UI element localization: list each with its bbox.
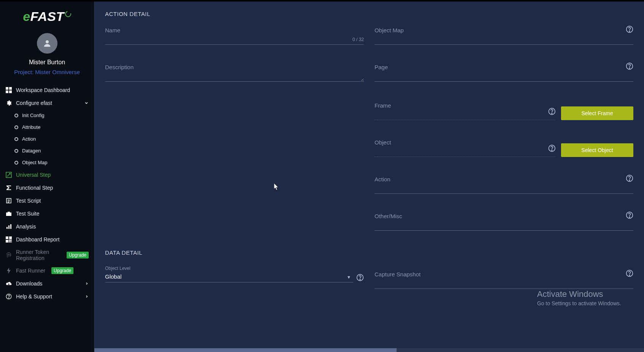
sidebar-item-analysis[interactable]: Analysis [0,220,94,233]
sidebar-item-object-map[interactable]: Object Map [0,157,94,168]
sidebar-item-downloads[interactable]: Downloads [0,277,94,290]
watermark-line1: Activate Windows [537,289,621,299]
page-input[interactable] [375,72,633,82]
svg-point-0 [46,40,49,43]
svg-point-30 [629,180,630,181]
bullet-icon [14,114,18,117]
help-icon[interactable] [626,270,633,277]
object-input[interactable] [375,147,556,157]
report-icon [5,236,12,243]
svg-point-26 [552,113,552,114]
sidebar-item-action[interactable]: Action [0,133,94,145]
sidebar-item-label: Runner Token Registration [16,249,61,261]
sidebar-item-functional-step[interactable]: Functional Step [0,181,94,194]
help-icon[interactable] [548,108,556,115]
upgrade-badge[interactable]: Upgrade [67,252,89,258]
page-label: Page [375,64,633,70]
sidebar-item-init-config[interactable]: Init Config [0,109,94,121]
select-frame-button[interactable]: Select Frame [561,106,633,120]
svg-rect-14 [6,236,8,239]
fingerprint-icon [5,252,12,258]
action-label: Action [375,176,633,182]
svg-rect-3 [6,90,8,93]
svg-rect-11 [6,227,8,229]
sidebar-item-label: Attribute [22,124,40,130]
svg-rect-13 [10,224,11,229]
sidebar-item-workspace-dashboard[interactable]: Workspace Dashboard [0,84,94,97]
sidebar-item-label: Datagen [22,148,41,154]
help-icon[interactable] [626,174,633,182]
sidebar-item-label: Test Suite [16,211,39,217]
gear-icon [5,100,12,106]
svg-rect-16 [6,240,8,243]
sidebar: eFAST Mister Burton Project: Mister Omni… [0,2,94,352]
sidebar-item-fast-runner[interactable]: Fast Runner Upgrade [0,264,94,277]
sidebar-item-datagen[interactable]: Datagen [0,145,94,157]
sidebar-item-universal-step[interactable]: Universal Step [0,168,94,181]
sidebar-item-attribute[interactable]: Attribute [0,121,94,133]
sidebar-item-test-script[interactable]: Test Script [0,194,94,207]
windows-activation-watermark: Activate Windows Go to Settings to activ… [537,289,621,306]
user-name: Mister Burton [29,59,65,66]
project-label[interactable]: Project: Mister Omniverse [14,69,80,75]
chart-icon [5,223,12,230]
sidebar-item-dashboard-report[interactable]: Dashboard Report [0,233,94,246]
svg-rect-12 [8,225,10,229]
sidebar-item-label: Configure efast [16,100,52,106]
capture-snapshot-label: Capture Snapshot [375,271,633,277]
briefcase-icon [5,210,12,217]
sigma-icon [5,184,12,191]
action-input[interactable] [375,184,633,194]
field-description: Description [105,64,364,83]
frame-label: Frame [375,102,556,109]
object-level-label: Object Level [105,266,364,271]
bullet-icon [14,161,18,165]
help-icon[interactable] [626,62,633,70]
object-level-select[interactable] [105,273,353,282]
bullet-icon [14,149,18,153]
bullet-icon [14,125,18,129]
sidebar-item-configure[interactable]: Configure efast [0,97,94,109]
svg-rect-4 [9,90,12,93]
field-frame: Frame [375,102,556,120]
sidebar-item-test-suite[interactable]: Test Suite [0,207,94,220]
svg-point-36 [629,275,630,276]
sidebar-item-label: Action [22,136,36,142]
field-object-map: Object Map [375,27,633,45]
sidebar-item-label: Workspace Dashboard [16,87,70,93]
upgrade-badge[interactable]: Upgrade [51,267,73,274]
name-label: Name [105,27,364,33]
other-input[interactable] [375,221,633,231]
field-name: Name 0 / 32 [105,27,364,45]
svg-rect-2 [9,87,12,90]
sidebar-item-label: Analysis [16,224,36,230]
svg-point-34 [360,279,360,280]
field-action: Action [375,176,633,194]
help-icon[interactable] [548,144,556,152]
frame-input[interactable] [375,110,556,120]
sidebar-item-label: Object Map [22,160,47,165]
svg-rect-10 [6,212,11,216]
sidebar-item-help[interactable]: Help & Support [0,290,94,303]
field-page: Page [375,64,633,82]
field-object: Object [375,139,556,157]
field-other: Other/Misc [375,213,633,231]
sidebar-item-label: Help & Support [16,293,52,300]
name-input[interactable] [105,35,364,45]
description-input[interactable] [105,72,364,82]
brand-logo: eFAST [0,6,94,31]
avatar[interactable] [37,33,57,54]
help-icon[interactable] [356,274,364,281]
svg-rect-15 [9,236,12,239]
select-object-button[interactable]: Select Object [561,143,633,157]
sidebar-item-runner-token[interactable]: Runner Token Registration Upgrade [0,246,94,264]
svg-rect-1 [6,87,8,90]
help-icon[interactable] [626,25,633,33]
object-map-input[interactable] [375,35,633,45]
horizontal-scrollbar[interactable] [94,348,644,352]
description-label: Description [105,64,364,70]
capture-snapshot-input[interactable] [375,279,633,289]
chevron-right-icon [85,295,89,298]
help-icon[interactable] [626,211,633,219]
user-block: Mister Burton Project: Mister Omniverse [0,31,94,81]
